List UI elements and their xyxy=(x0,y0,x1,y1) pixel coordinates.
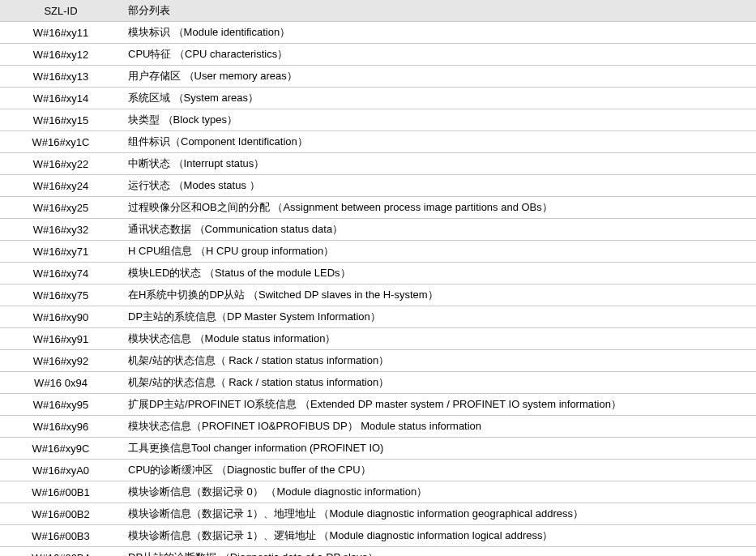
cell-szl-id: W#16#xy15 xyxy=(0,109,122,131)
cell-szl-id: W#16#xy25 xyxy=(0,197,122,219)
cell-szl-id: W#16#xy13 xyxy=(0,66,122,88)
cell-description: H CPU组信息 （H CPU group information） xyxy=(122,241,756,263)
cell-description: 系统区域 （System areas） xyxy=(122,88,756,109)
table-row: W#16#xy91模块状态信息 （Module status informati… xyxy=(0,328,756,350)
table-row: W#16#xy22中断状态 （Interrupt status） xyxy=(0,153,756,175)
cell-szl-id: W#16#xy95 xyxy=(0,394,122,416)
cell-szl-id: W#16#xyA0 xyxy=(0,460,122,481)
table-row: W#16#xy92机架/站的状态信息（ Rack / station statu… xyxy=(0,350,756,372)
cell-szl-id: W#16#00B2 xyxy=(0,503,122,525)
header-szl-id: SZL-ID xyxy=(0,0,122,22)
header-description: 部分列表 xyxy=(122,0,756,22)
cell-description: 模块标识 （Module identification） xyxy=(122,22,756,44)
cell-szl-id: W#16#xy22 xyxy=(0,153,122,175)
table-row: W#16#00B2模块诊断信息（数据记录 1）、地理地址 （Module dia… xyxy=(0,503,756,525)
cell-szl-id: W#16#xy90 xyxy=(0,306,122,328)
table-row: W#16#xy14系统区域 （System areas） xyxy=(0,88,756,109)
cell-description: 块类型 （Block types） xyxy=(122,109,756,131)
cell-description: 模块状态信息 （Module status information） xyxy=(122,328,756,350)
cell-description: 扩展DP主站/PROFINET IO系统信息 （Extended DP mast… xyxy=(122,394,756,416)
table-row: W#16#xy25过程映像分区和OB之间的分配 （Assignment betw… xyxy=(0,197,756,219)
cell-description: 在H系统中切换的DP从站 （Switched DP slaves in the … xyxy=(122,284,756,306)
cell-szl-id: W#16#xy12 xyxy=(0,44,122,66)
cell-description: 中断状态 （Interrupt status） xyxy=(122,153,756,175)
table-row: W#16#xyA0CPU的诊断缓冲区 （Diagnostic buffer of… xyxy=(0,460,756,481)
table-row: W#16#xy15块类型 （Block types） xyxy=(0,109,756,131)
table-row: W#16#xy71H CPU组信息 （H CPU group informati… xyxy=(0,241,756,263)
table-row: W#16#xy75在H系统中切换的DP从站 （Switched DP slave… xyxy=(0,284,756,306)
cell-description: DP主站的系统信息（DP Master System Information） xyxy=(122,306,756,328)
cell-szl-id: W#16#xy1C xyxy=(0,131,122,153)
cell-description: 组件标识（Component Identification） xyxy=(122,131,756,153)
cell-szl-id: W#16#xy9C xyxy=(0,438,122,460)
cell-szl-id: W#16#xy92 xyxy=(0,350,122,372)
cell-szl-id: W#16#00B3 xyxy=(0,525,122,547)
table-row: W#16 0x94机架/站的状态信息（ Rack / station statu… xyxy=(0,372,756,394)
cell-szl-id: W#16#xy11 xyxy=(0,22,122,44)
cell-szl-id: W#16#xy75 xyxy=(0,284,122,306)
cell-description: CPU的诊断缓冲区 （Diagnostic buffer of the CPU） xyxy=(122,460,756,481)
table-row: W#16#xy90DP主站的系统信息（DP Master System Info… xyxy=(0,306,756,328)
cell-szl-id: W#16#00B1 xyxy=(0,481,122,503)
table-row: W#16#xy95扩展DP主站/PROFINET IO系统信息 （Extende… xyxy=(0,394,756,416)
cell-description: 运行状态 （Modes status ） xyxy=(122,175,756,197)
table-row: W#16#xy74模块LED的状态 （Status of the module … xyxy=(0,263,756,284)
cell-description: 用户存储区 （User memory areas） xyxy=(122,66,756,88)
szl-id-table: SZL-ID 部分列表 W#16#xy11模块标识 （Module identi… xyxy=(0,0,756,556)
cell-description: 模块诊断信息（数据记录 0） （Module diagnostic inform… xyxy=(122,481,756,503)
cell-description: 工具更换信息Tool changer information (PROFINET… xyxy=(122,438,756,460)
cell-szl-id: W#16#00B4 xyxy=(0,547,122,557)
table-row: W#16#xy32通讯状态数据 （Communication status da… xyxy=(0,219,756,241)
table-row: W#16#xy9C工具更换信息Tool changer information … xyxy=(0,438,756,460)
cell-description: CPU特征 （CPU characteristics） xyxy=(122,44,756,66)
table-row: W#16#xy96模块状态信息（PROFINET IO&PROFIBUS DP）… xyxy=(0,416,756,438)
table-header-row: SZL-ID 部分列表 xyxy=(0,0,756,22)
table-row: W#16#00B1模块诊断信息（数据记录 0） （Module diagnost… xyxy=(0,481,756,503)
cell-szl-id: W#16#xy32 xyxy=(0,219,122,241)
table-row: W#16#xy11模块标识 （Module identification） xyxy=(0,22,756,44)
table-row: W#16#xy24运行状态 （Modes status ） xyxy=(0,175,756,197)
cell-description: 模块LED的状态 （Status of the module LEDs） xyxy=(122,263,756,284)
table-row: W#16#xy1C组件标识（Component Identification） xyxy=(0,131,756,153)
cell-description: 过程映像分区和OB之间的分配 （Assignment between proce… xyxy=(122,197,756,219)
cell-description: 模块状态信息（PROFINET IO&PROFIBUS DP） Module s… xyxy=(122,416,756,438)
cell-szl-id: W#16#xy71 xyxy=(0,241,122,263)
cell-description: DP从站的诊断数据 （Diagnostic data of a DP slave… xyxy=(122,547,756,557)
table-row: W#16#xy13用户存储区 （User memory areas） xyxy=(0,66,756,88)
cell-szl-id: W#16#xy91 xyxy=(0,328,122,350)
cell-description: 机架/站的状态信息（ Rack / station status informa… xyxy=(122,350,756,372)
cell-description: 模块诊断信息（数据记录 1）、逻辑地址 （Module diagnostic i… xyxy=(122,525,756,547)
table-body: W#16#xy11模块标识 （Module identification）W#1… xyxy=(0,22,756,557)
cell-szl-id: W#16#xy96 xyxy=(0,416,122,438)
table-row: W#16#00B3模块诊断信息（数据记录 1）、逻辑地址 （Module dia… xyxy=(0,525,756,547)
cell-szl-id: W#16 0x94 xyxy=(0,372,122,394)
cell-description: 通讯状态数据 （Communication status data） xyxy=(122,219,756,241)
cell-description: 模块诊断信息（数据记录 1）、地理地址 （Module diagnostic i… xyxy=(122,503,756,525)
cell-szl-id: W#16#xy74 xyxy=(0,263,122,284)
table-row: W#16#xy12CPU特征 （CPU characteristics） xyxy=(0,44,756,66)
cell-description: 机架/站的状态信息（ Rack / station status informa… xyxy=(122,372,756,394)
cell-szl-id: W#16#xy14 xyxy=(0,88,122,109)
table-row: W#16#00B4DP从站的诊断数据 （Diagnostic data of a… xyxy=(0,547,756,557)
cell-szl-id: W#16#xy24 xyxy=(0,175,122,197)
